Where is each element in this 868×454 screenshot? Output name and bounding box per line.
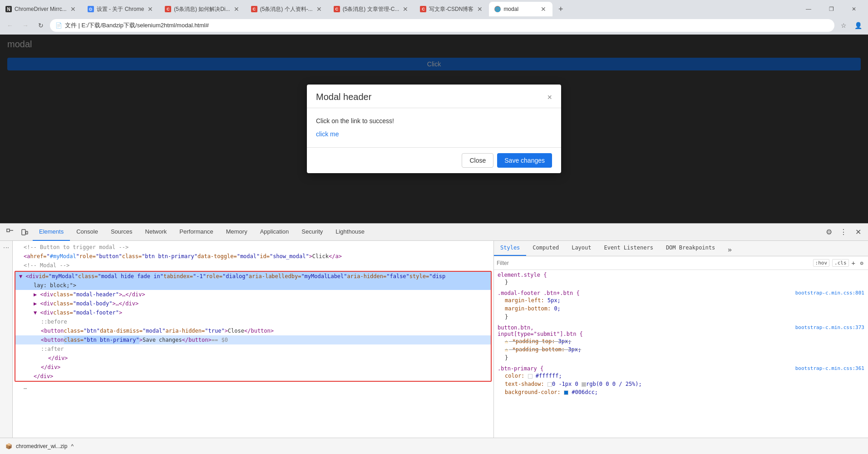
bookmark-button[interactable]: ☆ [837,19,850,32]
elements-line[interactable]: lay: block;"> [15,281,491,290]
elements-line[interactable]: … [13,383,493,392]
reload-button[interactable]: ↻ [35,19,47,32]
modal-footer: Close Save changes [307,147,561,173]
devtools-tab-memory[interactable]: Memory [220,224,254,241]
cls-button[interactable]: .cls [832,259,849,267]
tab-close-4[interactable]: ✕ [316,5,323,13]
code-val: "dialog" [222,272,249,280]
download-chevron[interactable]: ^ [71,443,74,449]
style-brace: } [505,314,508,320]
elements-line[interactable]: ▶ <div class="modal-header">…</div> [15,290,491,299]
elements-line[interactable]: </div> [15,354,491,363]
hov-button[interactable]: :hov [813,259,830,267]
back-button[interactable]: ← [4,19,16,32]
elements-line[interactable]: ::before [15,317,491,326]
devtools-tab-lighthouse[interactable]: Lighthouse [329,224,371,241]
tab-close[interactable]: ✕ [69,5,77,13]
device-toggle-button[interactable] [18,226,31,239]
code-comment: <!-- Modal --> [24,261,69,269]
elements-line[interactable]: <a href="#myModal" role="button" class="… [13,252,493,261]
elements-line[interactable]: <!-- Button to trigger modal --> [13,243,493,252]
modal-save-button[interactable]: Save changes [497,153,552,168]
code-attr: class= [53,290,73,299]
modal-close-x-button[interactable]: × [547,93,552,101]
code-val: "modal-body" [73,299,113,308]
code-val: "btn btn-primary" [84,337,139,343]
devtools-tab-console[interactable]: Console [70,224,104,241]
browser-chrome: N ChromeDriver Mirrc... ✕ ⚙ 设置 - 关于 Chro… [0,0,868,35]
code-comment: ::after [41,345,64,353]
styles-more-button[interactable]: » [723,243,736,256]
code-val: "myModalLabel" [301,272,347,280]
profile-button[interactable]: 👤 [852,19,864,32]
code-tag: > [225,327,228,335]
window-controls: — ❐ ✕ [798,3,868,15]
style-selector-row: .modal-footer .btn+.btn { bootstrap-c.mi… [498,290,864,296]
modal-overlay: Modal header × Click on the link to succ… [0,35,868,223]
styles-filter-input[interactable] [497,260,810,266]
elements-line[interactable]: <button class="btn" data-dismiss="modal"… [15,326,491,335]
styles-tab-styles[interactable]: Styles [494,241,526,256]
style-prop-name: *padding-bottom: [512,346,565,353]
tab-close-2[interactable]: ✕ [147,5,154,13]
elements-line[interactable]: ::after [15,344,491,354]
style-selector-text2: .modal-footer .btn+.btn { [498,290,580,296]
devtools-more-button[interactable]: ⋮ [837,226,850,239]
devtools-tab-sources[interactable]: Sources [104,224,139,241]
style-brace: } [505,279,508,285]
code-val: "true" [205,327,224,335]
style-prop-marginbottom: margin-bottom: 0; [498,304,864,313]
tab-label-7: modal [503,6,537,12]
style-prop-val: 3px; [565,346,581,353]
modal-header: Modal header × [307,85,561,108]
modal-close-button[interactable]: Close [462,153,493,168]
devtools-settings-button[interactable]: ⚙ [823,226,835,239]
tab-close-6[interactable]: ✕ [476,5,483,13]
elements-line[interactable]: </div> [15,363,491,372]
url-bar[interactable]: 📄 文件 | E:/下载/Bandzip下载/selenium2html/mod… [50,19,834,32]
elements-line[interactable]: ▼ <div class="modal-footer"> [15,308,491,317]
tab-favicon-gear: ⚙ [88,6,94,12]
code-tag: ▶ <div [34,299,53,308]
tab-modal[interactable]: 🌐 modal ✕ [489,2,552,16]
code-attr: data-dismiss= [100,327,143,335]
styles-tab-layout[interactable]: Layout [565,241,597,256]
modal-link[interactable]: click me [316,130,339,138]
devtools-tab-performance[interactable]: Performance [173,224,219,241]
elements-line-highlighted[interactable]: ▼ <div id="myModal" class="modal hide fa… [15,272,491,281]
tab-close-5[interactable]: ✕ [402,5,409,13]
tab-csdn1[interactable]: C (5条消息) 如何解决Di... ✕ [159,2,245,16]
elements-line-selected[interactable]: <button class="btn btn-primary">Save cha… [15,335,491,344]
styles-settings-icon[interactable]: ⚙ [858,259,865,267]
devtools-tab-security[interactable]: Security [295,224,329,241]
styles-tab-dom-breakpoints[interactable]: DOM Breakpoints [660,241,721,256]
tab-csdn2[interactable]: C (5条消息) 个人资料-... ✕ [246,2,328,16]
tab-chromedriver[interactable]: N ChromeDriver Mirrc... ✕ [0,2,82,16]
tab-csdn4[interactable]: C 写文章-CSDN博客 ✕ [414,2,489,16]
code-tag: </button> [182,336,212,344]
elements-line[interactable]: ▶ <div class="modal-body">…</div> [15,299,491,308]
minimize-button[interactable]: — [798,3,819,15]
add-style-button[interactable]: + [852,259,855,267]
element-picker-button[interactable] [4,226,16,239]
tab-settings[interactable]: ⚙ 设置 - 关于 Chrome ✕ [82,2,160,16]
elements-line[interactable]: <!-- Modal --> [13,261,493,270]
tab-close-7[interactable]: ✕ [540,5,547,13]
devtools-tab-network[interactable]: Network [139,224,173,241]
forward-button[interactable]: → [19,19,32,32]
devtools-close-button[interactable]: ✕ [852,226,864,239]
devtools-tab-elements[interactable]: Elements [33,224,70,241]
maximize-button[interactable]: ❐ [821,3,842,15]
new-tab-button[interactable]: + [554,3,567,15]
code-tag: </button> [244,327,274,335]
devtools-tab-application[interactable]: Application [254,224,296,241]
elements-line[interactable]: </div> [15,372,491,381]
code-text: Click [312,252,329,260]
tab-csdn3[interactable]: C (5条消息) 文章管理-C... ✕ [328,2,415,16]
close-window-button[interactable]: ✕ [843,3,864,15]
tab-close-3[interactable]: ✕ [233,5,240,13]
code-val: "show_modal" [270,252,309,260]
styles-tab-event-listeners[interactable]: Event Listeners [598,241,660,256]
style-selector-text3: button.btn, [498,324,533,331]
styles-tab-computed[interactable]: Computed [526,241,565,256]
